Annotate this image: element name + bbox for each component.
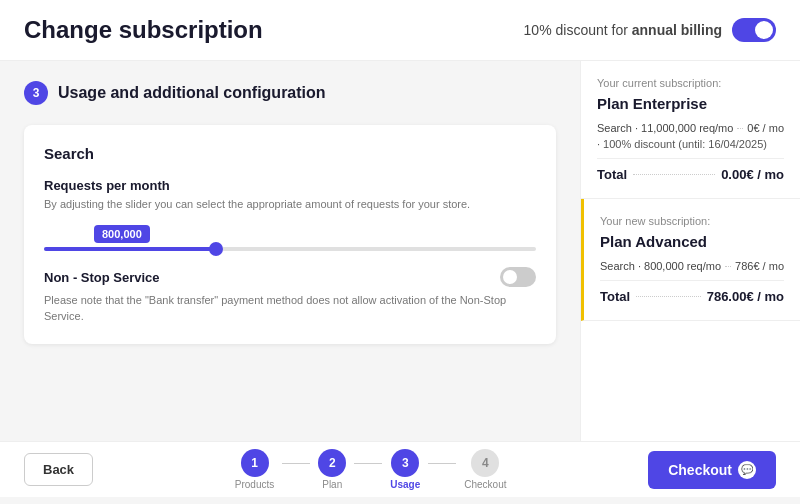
new-total-price: 786.00€ / mo bbox=[707, 289, 784, 304]
back-button[interactable]: Back bbox=[24, 453, 93, 486]
nss-desc: Please note that the "Bank transfer" pay… bbox=[44, 293, 536, 324]
current-total-dots bbox=[633, 174, 715, 175]
step-item-4: 4 Checkout bbox=[464, 449, 506, 490]
step-header: 3 Usage and additional configuration bbox=[24, 81, 556, 105]
step-circle-1: 1 bbox=[241, 449, 269, 477]
step-connector-3 bbox=[428, 463, 456, 464]
right-panel: Your current subscription: Plan Enterpri… bbox=[580, 61, 800, 441]
step-connector-1 bbox=[282, 463, 310, 464]
step-label-2: Plan bbox=[322, 479, 342, 490]
steps-nav: 1 Products 2 Plan 3 Usage 4 Checkout bbox=[235, 449, 507, 490]
section-title: Search bbox=[44, 145, 536, 162]
step-label-3: Usage bbox=[390, 479, 420, 490]
current-discount: · 100% discount (until: 16/04/2025) bbox=[597, 138, 784, 150]
footer: Back 1 Products 2 Plan 3 Usage 4 Checkou… bbox=[0, 441, 800, 497]
new-search-label: Search · 800,000 req/mo bbox=[600, 260, 721, 272]
page-title: Change subscription bbox=[24, 16, 263, 44]
current-total-label: Total bbox=[597, 167, 627, 182]
annual-billing-toggle[interactable] bbox=[732, 18, 776, 42]
current-total-price: 0.00€ / mo bbox=[721, 167, 784, 182]
billing-label: 10% discount for annual billing bbox=[524, 22, 722, 38]
new-search-line: Search · 800,000 req/mo 786€ / mo bbox=[600, 260, 784, 272]
slider-container: 800,000 bbox=[44, 224, 536, 251]
step-item-2: 2 Plan bbox=[318, 449, 346, 490]
chat-icon bbox=[738, 461, 756, 479]
current-total-row: Total 0.00€ / mo bbox=[597, 158, 784, 182]
checkout-label: Checkout bbox=[668, 462, 732, 478]
rpm-label: Requests per month bbox=[44, 178, 536, 193]
nss-label: Non - Stop Service bbox=[44, 270, 160, 285]
checkout-button[interactable]: Checkout bbox=[648, 451, 776, 489]
left-panel: 3 Usage and additional configuration Sea… bbox=[0, 61, 580, 441]
current-search-line: Search · 11,000,000 req/mo 0€ / mo bbox=[597, 122, 784, 134]
step-item-1: 1 Products bbox=[235, 449, 274, 490]
current-search-price: 0€ / mo bbox=[747, 122, 784, 134]
new-search-price: 786€ / mo bbox=[735, 260, 784, 272]
step-label-1: Products bbox=[235, 479, 274, 490]
nss-row: Non - Stop Service bbox=[44, 267, 536, 287]
step-badge: 3 bbox=[24, 81, 48, 105]
new-subscription-block: Your new subscription: Plan Advanced Sea… bbox=[581, 199, 800, 321]
step-item-3: 3 Usage bbox=[390, 449, 420, 490]
new-sub-label: Your new subscription: bbox=[600, 215, 784, 227]
step-circle-2: 2 bbox=[318, 449, 346, 477]
main-content: 3 Usage and additional configuration Sea… bbox=[0, 61, 800, 441]
billing-info: 10% discount for annual billing bbox=[524, 18, 776, 42]
step-circle-3: 3 bbox=[391, 449, 419, 477]
step-circle-4: 4 bbox=[471, 449, 499, 477]
slider-tooltip: 800,000 bbox=[94, 225, 150, 243]
rpm-desc: By adjusting the slider you can select t… bbox=[44, 197, 536, 212]
line-dots bbox=[737, 128, 743, 129]
header: Change subscription 10% discount for ann… bbox=[0, 0, 800, 61]
nss-toggle[interactable] bbox=[500, 267, 536, 287]
current-plan-name: Plan Enterprise bbox=[597, 95, 784, 112]
step-connector-2 bbox=[354, 463, 382, 464]
current-sub-label: Your current subscription: bbox=[597, 77, 784, 89]
step-title: Usage and additional configuration bbox=[58, 84, 326, 102]
new-plan-name: Plan Advanced bbox=[600, 233, 784, 250]
new-total-dots bbox=[636, 296, 701, 297]
new-total-label: Total bbox=[600, 289, 630, 304]
new-total-row: Total 786.00€ / mo bbox=[600, 280, 784, 304]
current-subscription-block: Your current subscription: Plan Enterpri… bbox=[581, 61, 800, 199]
config-card: Search Requests per month By adjusting t… bbox=[24, 125, 556, 344]
step-label-4: Checkout bbox=[464, 479, 506, 490]
line-dots-new bbox=[725, 266, 731, 267]
current-search-label: Search · 11,000,000 req/mo bbox=[597, 122, 733, 134]
